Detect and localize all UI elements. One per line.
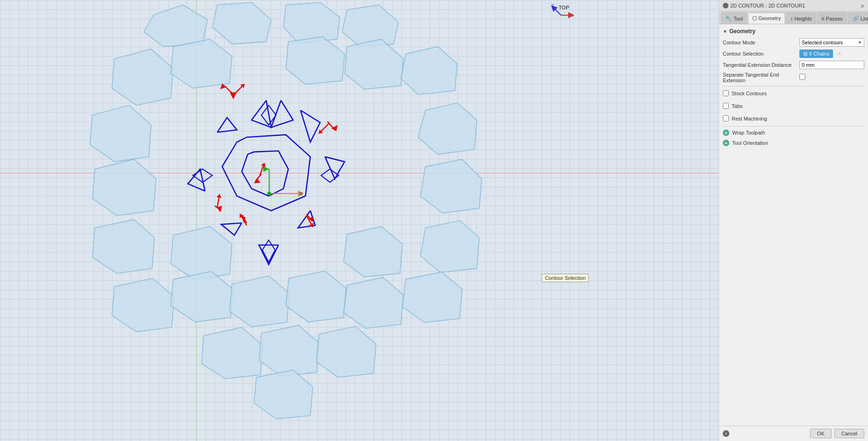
cancel-button[interactable]: Cancel <box>834 429 864 438</box>
svg-marker-26 <box>402 272 462 322</box>
svg-text:X: X <box>300 192 303 197</box>
svg-marker-7 <box>342 5 399 46</box>
tab-tool-label: Tool <box>734 16 743 21</box>
tab-linking-label: Linking <box>861 16 868 21</box>
rest-machining-label: Rest Machining <box>732 116 767 121</box>
contour-selection-row: Contour Selection ⛓ 6 Chains ✕ <box>723 50 864 58</box>
tangential-ext-row: Tangential Extension Distance <box>723 61 864 69</box>
geometry-section-title: Geometry <box>729 28 755 35</box>
tabs-section-row[interactable]: Tabs <box>723 101 864 111</box>
wrap-toolpath-icon: + <box>723 129 729 136</box>
tangential-ext-control <box>799 61 864 69</box>
svg-marker-21 <box>112 278 174 332</box>
tab-geometry[interactable]: ⬡ Geometry <box>748 13 785 24</box>
svg-point-39 <box>267 192 271 195</box>
tab-heights-label: Heights <box>794 16 812 21</box>
svg-marker-17 <box>92 220 155 273</box>
linking-tab-icon: 🔗 <box>852 15 859 22</box>
svg-marker-18 <box>171 227 232 279</box>
heights-tab-icon: ↕ <box>790 15 793 22</box>
geometry-tab-icon: ⬡ <box>752 15 757 21</box>
svg-marker-13 <box>90 106 151 162</box>
tab-tool[interactable]: 🔧 Tool <box>721 13 747 24</box>
geometry-section-header[interactable]: ▼ Geometry <box>723 28 864 35</box>
svg-line-60 <box>217 198 219 207</box>
contour-mode-dropdown-arrow: ▼ <box>858 40 862 45</box>
svg-marker-24 <box>286 271 346 322</box>
tabs-row: 🔧 Tool ⬡ Geometry ↕ Heights ≡ Passes 🔗 L… <box>719 12 868 24</box>
contour-mode-dropdown[interactable]: Selected contours ▼ <box>799 38 864 47</box>
wrap-toolpath-label: Wrap Toolpath <box>732 130 765 135</box>
tool-orientation-icon: + <box>723 140 729 146</box>
svg-line-56 <box>321 123 329 131</box>
svg-marker-28 <box>260 325 319 376</box>
svg-marker-6 <box>283 2 340 43</box>
rest-machining-row[interactable]: Rest Machining <box>723 114 864 123</box>
panel-footer: i OK Cancel <box>719 426 868 441</box>
canvas-area[interactable]: TOP X Z <box>0 0 719 441</box>
svg-marker-22 <box>171 271 233 322</box>
tabs-section-label: Tabs <box>732 103 742 109</box>
svg-marker-32 <box>242 151 289 196</box>
svg-marker-8 <box>112 49 173 106</box>
separate-tangential-row: Separate Tangential End Extension <box>723 72 864 83</box>
info-icon: i <box>723 430 729 437</box>
tangential-ext-label: Tangential Extension Distance <box>723 62 797 68</box>
chains-icon: ⛓ <box>803 51 808 57</box>
contour-mode-row: Contour Mode Selected contours ▼ <box>723 38 864 47</box>
separate-tangential-control <box>799 74 864 81</box>
panel-content: ▼ Geometry Contour Mode Selected contour… <box>719 24 868 426</box>
ok-button[interactable]: OK <box>810 429 832 438</box>
panel-header-icon <box>723 3 728 8</box>
tab-passes-label: Passes <box>826 16 843 21</box>
svg-marker-4 <box>144 5 207 46</box>
svg-line-54 <box>234 86 242 94</box>
stock-contours-checkbox[interactable] <box>723 90 729 96</box>
svg-marker-34 <box>262 240 275 262</box>
svg-marker-45 <box>332 125 338 131</box>
passes-tab-icon: ≡ <box>821 15 825 22</box>
wrap-toolpath-row[interactable]: + Wrap Toolpath <box>723 128 864 137</box>
tool-orientation-label: Tool Orientation <box>732 140 768 146</box>
panel-header: 2D CONTOUR : 2D CONTOUR1 » <box>719 0 868 12</box>
tab-linking[interactable]: 🔗 Linking <box>848 13 868 24</box>
stock-contours-row[interactable]: Stock Contours <box>723 88 864 98</box>
svg-marker-61 <box>217 193 222 198</box>
svg-line-58 <box>260 166 263 176</box>
tabs-checkbox[interactable] <box>723 103 729 109</box>
divider-1 <box>723 86 864 86</box>
contour-selection-label: Contour Selection <box>723 51 797 57</box>
svg-marker-5 <box>212 2 271 44</box>
tangential-ext-input[interactable] <box>799 61 864 69</box>
svg-marker-12 <box>401 47 458 95</box>
tab-heights[interactable]: ↕ Heights <box>786 13 816 24</box>
separate-tangential-label: Separate Tangential End Extension <box>723 72 797 83</box>
tool-tab-icon: 🔧 <box>725 15 732 22</box>
svg-marker-15 <box>92 159 156 216</box>
chains-close-button[interactable]: ✕ <box>836 50 843 57</box>
contour-mode-label: Contour Mode <box>723 40 797 45</box>
separate-tangential-checkbox[interactable] <box>799 74 805 80</box>
contour-mode-value: Selected contours <box>802 40 843 45</box>
svg-marker-23 <box>230 276 289 327</box>
svg-marker-19 <box>344 227 402 277</box>
svg-marker-59 <box>261 162 267 167</box>
shapes-canvas: X <box>0 0 719 441</box>
svg-marker-10 <box>286 37 345 85</box>
geometry-section-arrow: ▼ <box>723 29 727 34</box>
contour-mode-control: Selected contours ▼ <box>799 38 864 47</box>
panel-expand-button[interactable]: » <box>861 2 864 9</box>
svg-marker-31 <box>222 135 311 211</box>
right-panel: 2D CONTOUR : 2D CONTOUR1 » 🔧 Tool ⬡ Geom… <box>719 0 868 441</box>
rest-machining-checkbox[interactable] <box>723 115 729 121</box>
svg-marker-25 <box>344 277 403 328</box>
contour-selection-control: ⛓ 6 Chains ✕ <box>799 50 864 58</box>
svg-marker-9 <box>171 39 232 88</box>
svg-marker-11 <box>345 39 403 89</box>
panel-title: 2D CONTOUR : 2D CONTOUR1 <box>730 3 805 8</box>
svg-marker-30 <box>254 370 313 419</box>
chains-button[interactable]: ⛓ 6 Chains <box>799 50 833 58</box>
tool-orientation-row[interactable]: + Tool Orientation <box>723 139 864 147</box>
svg-marker-27 <box>202 327 263 379</box>
tab-passes[interactable]: ≡ Passes <box>817 13 847 24</box>
